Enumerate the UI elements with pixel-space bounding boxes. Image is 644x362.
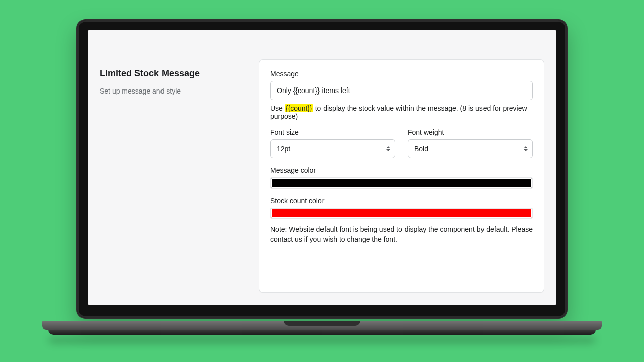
laptop-mockup: Limited Stock Message Set up message and… bbox=[76, 19, 568, 340]
help-prefix: Use bbox=[270, 104, 285, 112]
stock-count-color-label: Stock count color bbox=[270, 197, 533, 205]
font-size-select[interactable] bbox=[270, 139, 395, 158]
font-size-value[interactable] bbox=[270, 139, 395, 158]
font-weight-value[interactable] bbox=[408, 139, 533, 158]
base-notch bbox=[284, 321, 360, 326]
stage-background: Limited Stock Message Set up message and… bbox=[0, 0, 644, 362]
laptop-screen: Limited Stock Message Set up message and… bbox=[88, 30, 556, 305]
font-weight-label: Font weight bbox=[408, 128, 533, 136]
message-help-text: Use {{count}} to display the stock value… bbox=[270, 104, 533, 120]
message-color-label: Message color bbox=[270, 166, 533, 174]
font-row: Font size Font weight bbox=[270, 128, 533, 158]
message-input[interactable] bbox=[270, 81, 533, 100]
laptop-base bbox=[76, 321, 568, 340]
font-size-field: Font size bbox=[270, 128, 395, 158]
font-weight-select[interactable] bbox=[408, 139, 533, 158]
font-weight-field: Font weight bbox=[408, 128, 533, 158]
laptop-bezel: Limited Stock Message Set up message and… bbox=[76, 19, 568, 319]
settings-card: Message Use {{count}} to display the sto… bbox=[259, 59, 544, 293]
stock-count-color-field: Stock count color bbox=[270, 197, 533, 219]
message-color-field: Message color bbox=[270, 166, 533, 189]
font-size-label: Font size bbox=[270, 128, 395, 136]
settings-app: Limited Stock Message Set up message and… bbox=[88, 30, 556, 305]
settings-sidebar: Limited Stock Message Set up message and… bbox=[100, 38, 247, 293]
section-subtitle: Set up message and style bbox=[100, 87, 247, 95]
message-field: Message Use {{count}} to display the sto… bbox=[270, 70, 533, 120]
section-title: Limited Stock Message bbox=[100, 68, 247, 79]
stock-count-color-picker[interactable] bbox=[270, 208, 533, 219]
base-bottom bbox=[48, 330, 596, 335]
message-label: Message bbox=[270, 70, 533, 78]
count-tag: {{count}} bbox=[285, 104, 313, 112]
font-note: Note: Website default font is being used… bbox=[270, 225, 533, 244]
message-color-picker[interactable] bbox=[270, 177, 533, 189]
